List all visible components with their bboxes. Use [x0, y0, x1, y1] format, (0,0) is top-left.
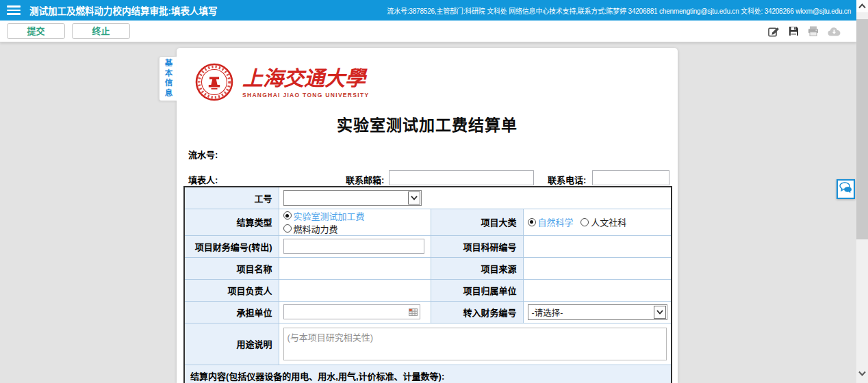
table-row: 项目财务编号(转出) 项目科研编号 [184, 235, 672, 257]
job-no-label: 工号 [184, 187, 279, 209]
form-title: 实验室测试加工费结算单 [177, 112, 678, 135]
save-icon[interactable] [789, 26, 799, 36]
chevron-down-icon [408, 192, 420, 204]
university-logo: 上海交通大學 SHANGHAI JIAO TONG UNIVERSITY [195, 63, 369, 104]
undertake-unit-label: 承担单位 [184, 301, 279, 323]
vertical-scrollbar [856, 0, 868, 383]
research-no-label: 项目科研编号 [431, 235, 523, 257]
project-source-value [523, 257, 672, 279]
transfer-no-in-label: 转入财务编号 [431, 301, 523, 323]
scrollbar-thumb[interactable] [856, 19, 868, 239]
cloud-download-icon[interactable] [828, 27, 841, 36]
chat-button[interactable] [837, 179, 855, 199]
settlement-form-table: 工号 结算类型 实验室测试加工费 燃料动力费 [183, 186, 672, 383]
email-field[interactable] [389, 170, 534, 185]
serial-number-label: 流水号: [188, 148, 218, 161]
settle-content-header: 结算内容(包括仪器设备的用电、用水,用气,计价标准、计量数等): [184, 365, 672, 383]
lookup-grid-icon[interactable] [409, 308, 418, 318]
project-source-label: 项目来源 [431, 257, 523, 279]
submit-button[interactable]: 提交 [7, 23, 65, 39]
finance-no-out-label: 项目财务编号(转出) [184, 235, 279, 257]
table-row: 结算内容(包括仪器设备的用电、用水,用气,计价标准、计量数等): [184, 365, 672, 383]
table-row: 工号 [184, 187, 672, 209]
contact-row: 填表人: 联系邮箱: 联系电话: [188, 170, 672, 187]
undertake-unit-field[interactable] [283, 304, 420, 319]
tab-basic-info-label: 基本信息 [163, 59, 174, 98]
phone-field[interactable] [592, 170, 669, 185]
settle-type-cell: 实验室测试加工费 燃料动力费 [279, 209, 431, 235]
project-name-label: 项目名称 [184, 257, 279, 279]
table-row: 结算类型 实验室测试加工费 燃料动力费 项目大类 自然科学 [184, 209, 672, 235]
sjtu-seal-icon [195, 63, 233, 104]
toolbar-icons [768, 26, 841, 37]
print-icon[interactable] [808, 26, 819, 36]
usage-label: 用途说明 [184, 323, 279, 365]
menu-icon[interactable] [7, 3, 21, 17]
table-row: 承担单位 转入财务编号 [184, 301, 672, 323]
table-row: 项目负责人 项目归属单位 [184, 279, 672, 301]
email-label: 联系邮箱: [346, 173, 384, 186]
chat-bubbles-icon [839, 182, 852, 196]
filler-label: 填表人: [188, 173, 218, 186]
usage-cell [279, 323, 672, 365]
transfer-no-in-cell: -请选择- [523, 301, 672, 323]
research-no-value [523, 235, 672, 257]
table-row: 项目名称 项目来源 [184, 257, 672, 279]
terminate-button[interactable]: 终止 [72, 23, 130, 39]
project-leader-label: 项目负责人 [184, 279, 279, 301]
project-class-label: 项目大类 [431, 209, 523, 235]
radio-unselected-icon [283, 224, 292, 233]
job-no-select[interactable] [283, 190, 422, 206]
phone-label: 联系电话: [548, 173, 586, 186]
finance-no-out-cell [279, 235, 431, 257]
university-name: 上海交通大學 SHANGHAI JIAO TONG UNIVERSITY [242, 68, 369, 98]
project-class-cell: 自然科学 人文社科 [523, 209, 672, 235]
edit-icon[interactable] [768, 26, 780, 37]
transfer-no-in-select[interactable]: -请选择- [528, 304, 667, 320]
radio-unselected-icon [580, 218, 589, 226]
radio-selected-icon [283, 211, 292, 220]
top-app-bar: 测试加工及燃料动力校内结算审批:填表人填写 流水号:3878526,主管部门:科… [0, 0, 856, 21]
workflow-title: 测试加工及燃料动力校内结算审批:填表人填写 [29, 3, 218, 17]
scroll-up-arrow-icon[interactable] [856, 0, 868, 12]
settle-type-label: 结算类型 [184, 209, 279, 235]
action-toolbar: 提交 终止 [0, 21, 856, 42]
radio-project-class-humanities[interactable]: 人文社科 [580, 215, 626, 228]
form-page: 上海交通大學 SHANGHAI JIAO TONG UNIVERSITY 实验室… [177, 48, 678, 383]
job-no-cell [279, 187, 672, 209]
radio-selected-icon [528, 218, 536, 226]
undertake-unit-cell [279, 301, 431, 323]
project-leader-value [279, 279, 431, 301]
radio-settle-type-fuel-fee[interactable]: 燃料动力费 [283, 222, 338, 235]
scroll-down-arrow-icon[interactable] [856, 367, 868, 380]
transfer-no-in-select-value: -请选择- [528, 306, 563, 319]
university-name-en: SHANGHAI JIAO TONG UNIVERSITY [242, 92, 369, 98]
project-name-value [279, 257, 431, 279]
project-owner-unit-value [523, 279, 672, 301]
radio-project-class-science[interactable]: 自然科学 [528, 215, 574, 228]
tab-basic-info[interactable]: 基本信息 [159, 56, 177, 101]
workflow-contact-info: 流水号:3878526,主管部门:科研院 文科处 网络信息中心技术支持,联系方式… [387, 5, 856, 16]
finance-no-out-field[interactable] [283, 239, 424, 254]
usage-textarea[interactable] [283, 328, 667, 360]
chevron-down-icon [654, 306, 666, 319]
table-row: 用途说明 [184, 323, 672, 365]
radio-settle-type-lab-fee[interactable]: 实验室测试加工费 [283, 209, 365, 222]
university-name-cn: 上海交通大學 [242, 68, 369, 89]
project-owner-unit-label: 项目归属单位 [431, 279, 523, 301]
